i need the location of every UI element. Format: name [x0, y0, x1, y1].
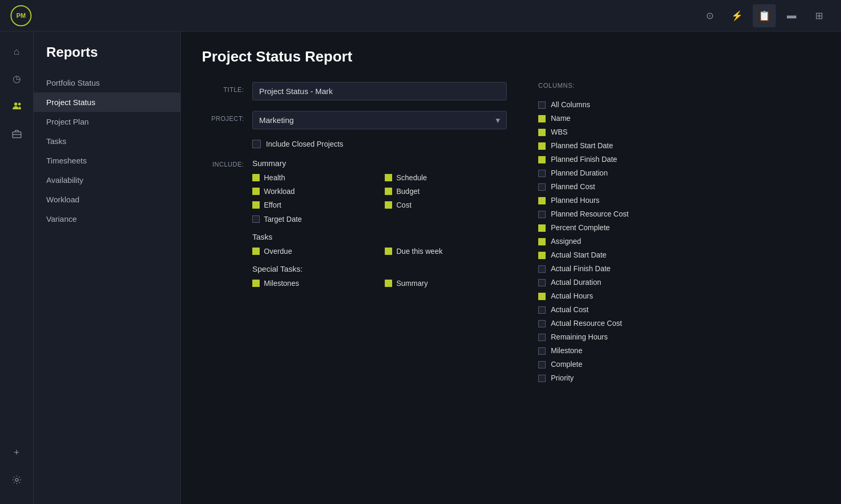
minus-icon-btn[interactable]: ▬ — [780, 4, 803, 27]
sidebar-item-project-status[interactable]: Project Status — [34, 92, 180, 112]
summary-special-checkbox[interactable] — [385, 280, 392, 287]
milestone-checkbox[interactable] — [538, 347, 546, 355]
remaining-hours-checkbox[interactable] — [538, 334, 546, 341]
overdue-checkbox[interactable] — [252, 248, 260, 255]
summary-title: Summary — [252, 159, 507, 168]
target-date-label: Target Date — [264, 214, 302, 224]
pulse-icon-btn[interactable]: ⚡ — [725, 4, 748, 27]
column-planned-start-date: Planned Start Date — [538, 139, 675, 152]
topbar-icons: ⊙ ⚡ 📋 ▬ ⊞ — [698, 4, 830, 27]
planned-start-date-checkbox[interactable] — [538, 142, 546, 150]
planned-hours-checkbox[interactable] — [538, 197, 546, 204]
health-checkbox[interactable] — [252, 174, 260, 181]
title-row: TITLE: — [202, 82, 507, 100]
include-closed-row[interactable]: Include Closed Projects — [252, 140, 507, 148]
sidebar-item-project-plan[interactable]: Project Plan — [34, 112, 180, 131]
effort-checkbox[interactable] — [252, 201, 260, 209]
include-summary-special: Summary — [385, 279, 507, 288]
special-tasks-title: Special Tasks: — [252, 264, 507, 273]
include-workload: Workload — [252, 187, 374, 196]
include-closed-label: Include Closed Projects — [266, 140, 343, 148]
due-this-week-checkbox[interactable] — [385, 248, 392, 255]
tasks-grid: Overdue Due this week — [252, 246, 507, 256]
column-name: Name — [538, 111, 675, 125]
complete-checkbox[interactable] — [538, 361, 546, 368]
schedule-checkbox[interactable] — [385, 174, 392, 181]
title-input[interactable] — [252, 82, 507, 100]
icon-sidebar: ⌂ ◷ + — [0, 32, 34, 504]
milestones-checkbox[interactable] — [252, 280, 260, 287]
actual-hours-label: Actual Hours — [551, 292, 593, 300]
main-layout: ⌂ ◷ + — [0, 32, 841, 504]
wbs-label: WBS — [551, 128, 568, 136]
sidebar-item-availability[interactable]: Availability — [34, 170, 180, 190]
priority-checkbox[interactable] — [538, 375, 546, 382]
actual-hours-checkbox[interactable] — [538, 293, 546, 300]
budget-checkbox[interactable] — [385, 188, 392, 195]
budget-label: Budget — [396, 187, 419, 196]
include-budget: Budget — [385, 187, 507, 196]
column-planned-finish-date: Planned Finish Date — [538, 152, 675, 166]
column-actual-resource-cost: Actual Resource Cost — [538, 316, 675, 330]
include-due-this-week: Due this week — [385, 246, 507, 256]
assigned-checkbox[interactable] — [538, 238, 546, 245]
project-select[interactable]: Marketing Development Sales HR — [252, 111, 507, 129]
include-label: INCLUDE: — [202, 159, 244, 168]
column-milestone: Milestone — [538, 344, 675, 357]
remaining-hours-label: Remaining Hours — [551, 333, 608, 341]
title-label: TITLE: — [202, 82, 244, 94]
actual-duration-checkbox[interactable] — [538, 279, 546, 286]
planned-resource-cost-checkbox[interactable] — [538, 211, 546, 218]
wbs-checkbox[interactable] — [538, 129, 546, 136]
planned-hours-label: Planned Hours — [551, 196, 600, 204]
cost-checkbox[interactable] — [385, 201, 392, 209]
planned-finish-date-label: Planned Finish Date — [551, 155, 617, 163]
sidebar-team-icon[interactable] — [5, 95, 28, 118]
actual-resource-cost-checkbox[interactable] — [538, 320, 546, 327]
sidebar-bottom: + — [5, 441, 28, 496]
column-percent-complete: Percent Complete — [538, 221, 675, 234]
actual-finish-date-checkbox[interactable] — [538, 265, 546, 273]
actual-cost-label: Actual Cost — [551, 305, 589, 314]
hierarchy-icon-btn[interactable]: ⊞ — [807, 4, 830, 27]
form-and-columns: TITLE: PROJECT: Marketing Development Sa… — [202, 82, 820, 385]
percent-complete-checkbox[interactable] — [538, 224, 546, 232]
sidebar-briefcase-icon[interactable] — [5, 122, 28, 145]
cost-label: Cost — [396, 200, 412, 210]
sidebar-settings-icon[interactable] — [5, 468, 28, 491]
planned-finish-date-checkbox[interactable] — [538, 156, 546, 163]
sidebar-item-timesheets[interactable]: Timesheets — [34, 151, 180, 170]
workload-checkbox[interactable] — [252, 188, 260, 195]
target-date-checkbox[interactable] — [252, 215, 260, 223]
sidebar-item-variance[interactable]: Variance — [34, 209, 180, 229]
actual-cost-checkbox[interactable] — [538, 306, 546, 314]
columns-title: COLUMNS: — [538, 82, 675, 89]
actual-start-date-checkbox[interactable] — [538, 252, 546, 259]
search-icon-btn[interactable]: ⊙ — [698, 4, 721, 27]
sidebar-add-icon[interactable]: + — [5, 441, 28, 464]
nav-sidebar: Reports Portfolio Status Project Status … — [34, 32, 181, 504]
page-title: Project Status Report — [202, 48, 820, 65]
planned-cost-checkbox[interactable] — [538, 183, 546, 191]
sidebar-item-tasks[interactable]: Tasks — [34, 131, 180, 151]
include-closed-checkbox[interactable] — [252, 140, 261, 148]
columns-section: COLUMNS: All Columns Name WBS — [538, 82, 675, 385]
column-actual-duration: Actual Duration — [538, 275, 675, 289]
clipboard-icon-btn[interactable]: 📋 — [753, 4, 776, 27]
topbar: PM ⊙ ⚡ 📋 ▬ ⊞ — [0, 0, 841, 32]
column-actual-cost: Actual Cost — [538, 303, 675, 316]
content-area: Project Status Report TITLE: PROJECT: Ma… — [181, 32, 841, 504]
sidebar-item-workload[interactable]: Workload — [34, 190, 180, 209]
actual-duration-label: Actual Duration — [551, 278, 601, 286]
column-complete: Complete — [538, 357, 675, 371]
name-column-checkbox[interactable] — [538, 115, 546, 122]
nav-title: Reports — [34, 44, 180, 73]
sidebar-home-icon[interactable]: ⌂ — [5, 40, 28, 63]
tasks-title: Tasks — [252, 232, 507, 241]
sidebar-clock-icon[interactable]: ◷ — [5, 67, 28, 90]
all-columns-checkbox[interactable] — [538, 101, 546, 109]
column-actual-hours: Actual Hours — [538, 289, 675, 303]
sidebar-item-portfolio-status[interactable]: Portfolio Status — [34, 73, 180, 92]
percent-complete-label: Percent Complete — [551, 223, 610, 232]
planned-duration-checkbox[interactable] — [538, 170, 546, 177]
